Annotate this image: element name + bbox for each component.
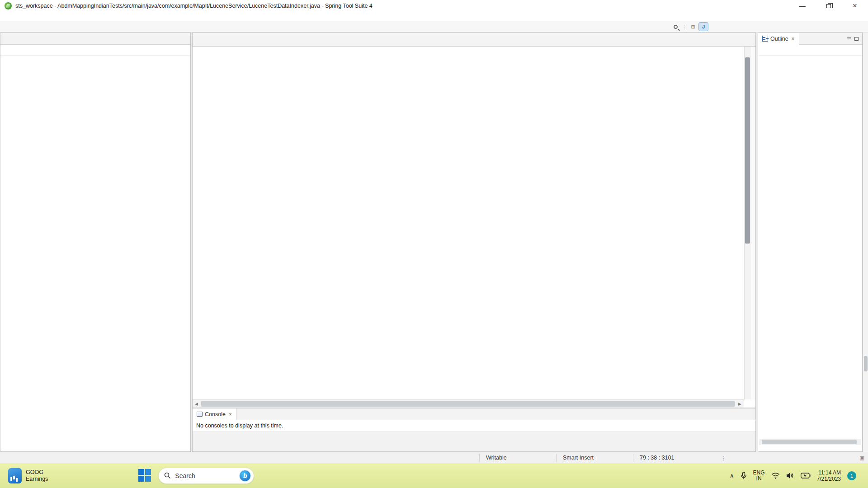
close-window-button[interactable]: × [842, 0, 868, 12]
outline-tab-label: Outline [770, 36, 788, 42]
tray-chevron-icon[interactable]: ∧ [730, 472, 734, 479]
search-icon [164, 472, 171, 479]
minimize-outline-button[interactable] [847, 37, 851, 38]
editor-area: ◀ ▶ [192, 33, 756, 408]
wifi-icon[interactable] [771, 472, 780, 479]
search-icon[interactable] [674, 25, 678, 29]
microphone-icon[interactable] [741, 472, 747, 480]
console-icon [197, 412, 203, 417]
right-trim-strip [863, 33, 868, 452]
weather-widget[interactable]: GOOG Earnings [8, 468, 48, 483]
widget-ticker: GOOG [26, 469, 48, 476]
package-explorer-tree[interactable] [0, 56, 190, 58]
status-caret-position: 79 : 38 : 3101 [633, 454, 710, 462]
scroll-right-icon[interactable]: ▶ [736, 402, 744, 406]
console-view: Console × No consoles to display at this… [192, 408, 756, 452]
sts-logo-icon [5, 2, 12, 9]
search-placeholder: Search [175, 472, 235, 479]
outline-icon [762, 36, 768, 42]
outline-horizontal-scrollbar[interactable] [759, 439, 861, 445]
tab-outline[interactable]: Outline × [758, 33, 799, 45]
language-indicator[interactable]: ENG IN [753, 470, 765, 482]
clock[interactable]: 11:14 AM 7/21/2023 [817, 469, 841, 482]
status-bar: Writable Smart Insert 79 : 38 : 3101 ⋮ ▣ [0, 452, 868, 463]
notification-badge[interactable]: 1 [847, 471, 856, 480]
windows-taskbar: GOOG Earnings Search b ∧ ENG IN 11:14 AM… [0, 463, 868, 488]
maximize-outline-button[interactable] [854, 37, 859, 41]
status-writable: Writable [479, 454, 556, 462]
tab-console[interactable]: Console × [193, 408, 236, 420]
status-more-icon[interactable]: ⋮ [721, 455, 727, 461]
right-scrollbar-thumb[interactable] [864, 356, 868, 371]
status-tray-icon[interactable]: ▣ [860, 455, 864, 461]
package-explorer-view [0, 33, 191, 452]
console-empty-area [193, 432, 755, 451]
menu-bar [0, 12, 868, 21]
console-message: No consoles to display at this time. [193, 420, 755, 432]
code-editor[interactable] [193, 47, 744, 399]
java-perspective-button[interactable]: J [699, 23, 708, 31]
open-perspective-button[interactable]: ⊞ [689, 23, 698, 31]
outline-view: Outline × [758, 33, 863, 452]
restore-window-button[interactable] [816, 0, 842, 12]
widget-subtitle: Earnings [26, 476, 48, 483]
scroll-left-icon[interactable]: ◀ [193, 402, 200, 406]
close-console-icon[interactable]: × [229, 411, 232, 418]
outline-tree[interactable] [758, 56, 862, 57]
volume-icon[interactable] [786, 472, 794, 479]
title-bar: sts_workspace - AbdmMappingIndianTests/s… [0, 0, 868, 12]
stock-widget-icon [8, 468, 22, 483]
editor-vertical-scrollbar[interactable] [744, 47, 750, 399]
bing-icon[interactable]: b [239, 470, 251, 482]
console-tab-label: Console [205, 411, 226, 418]
editor-overview-ruler[interactable] [750, 47, 755, 399]
battery-icon[interactable] [801, 473, 811, 479]
main-toolbar: ⋮ ⊞ J [0, 21, 868, 33]
editor-horizontal-scrollbar[interactable]: ◀ ▶ [193, 399, 744, 408]
start-button[interactable] [138, 469, 152, 483]
status-insert-mode: Smart Insert [556, 454, 633, 462]
taskbar-search[interactable]: Search b [158, 468, 254, 484]
window-title: sts_workspace - AbdmMappingIndianTests/s… [15, 3, 373, 9]
close-outline-icon[interactable]: × [792, 36, 795, 42]
minimize-window-button[interactable]: — [789, 0, 816, 12]
